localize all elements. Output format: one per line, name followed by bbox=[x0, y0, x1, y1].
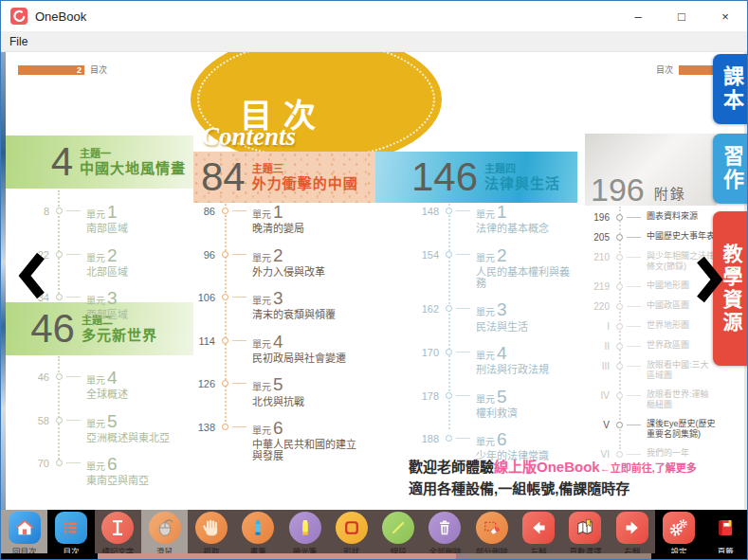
appendix-name: 中國歷史大事年表 bbox=[647, 231, 717, 242]
promo-cta-link[interactable]: ←立即前往,了解更多 bbox=[600, 462, 697, 474]
appendix-row[interactable]: 196 圖表資料來源 bbox=[585, 211, 717, 223]
page-marker-right: 目次 bbox=[650, 63, 719, 76]
theme-3-banner[interactable]: 84 主題三 外力衝擊的中國 bbox=[193, 152, 375, 203]
unit-page: 162 bbox=[375, 299, 439, 315]
unit-dash bbox=[627, 237, 641, 238]
toolbar-item-mark-text[interactable]: 標記文字 bbox=[95, 510, 141, 553]
unit-dash bbox=[66, 376, 81, 377]
toc-unit-row[interactable]: 46 單元4 全球概述 bbox=[6, 368, 193, 401]
close-button[interactable]: × bbox=[703, 1, 747, 31]
theme-kicker: 主題四 bbox=[484, 163, 560, 175]
unit-dash bbox=[627, 217, 641, 218]
appendix-row[interactable]: V 課後Eye歷史(歷史重要名詞集錦) bbox=[585, 419, 717, 440]
unit-dash bbox=[66, 210, 81, 211]
unit-page: 86 bbox=[193, 202, 215, 217]
unit-dash bbox=[456, 210, 470, 211]
unit-label: 單元 bbox=[252, 425, 271, 436]
toc-unit-row[interactable]: 86 單元1 晚清的變局 bbox=[193, 202, 375, 235]
page-subtitle: Contents bbox=[202, 122, 296, 152]
theme-page-number: 146 bbox=[411, 157, 478, 197]
unit-name: 外力入侵與改革 bbox=[252, 266, 325, 278]
theme-1-banner[interactable]: 4 主題一 中國大地風情畫 bbox=[6, 135, 193, 189]
toc-unit-row[interactable]: 138 單元6 中華人民共和國的建立與發展 bbox=[193, 418, 375, 462]
toc-unit-row[interactable]: 170 單元4 刑法與行政法規 bbox=[375, 343, 577, 376]
toolbar-item-highlighter[interactable]: 螢光筆 bbox=[282, 510, 328, 553]
tab-workbook[interactable]: 習作 bbox=[713, 134, 748, 204]
toc-unit-row[interactable]: 126 單元5 北伐與抗戰 bbox=[193, 374, 375, 407]
unit-number: 5 bbox=[273, 374, 283, 394]
toc-unit-row[interactable]: 106 單元3 清末的衰頹與傾覆 bbox=[193, 288, 375, 321]
promo-text: 歡迎老師體驗 bbox=[409, 459, 494, 475]
toc-unit-row[interactable]: 96 單元2 外力入侵與改革 bbox=[193, 245, 375, 279]
appendix-name: 世界政區圖 bbox=[647, 340, 717, 351]
unit-dash bbox=[627, 326, 641, 327]
unit-node bbox=[222, 380, 228, 387]
toolbar-item-mouse[interactable]: 滑鼠 bbox=[141, 510, 188, 553]
toolbar-item-contents[interactable]: 目次 bbox=[47, 510, 94, 553]
toolbar-item-delete-partial[interactable]: 部分刪除 bbox=[468, 510, 515, 553]
toolbar-item-settings[interactable]: 設定 bbox=[655, 510, 702, 553]
appendix-page: 220 bbox=[585, 300, 610, 312]
unit-label: 單元 bbox=[252, 339, 271, 350]
toolbar-item-grab[interactable]: 抓取 bbox=[188, 510, 234, 553]
marker-bar: 2 bbox=[18, 65, 84, 75]
toc-unit-row[interactable]: 58 單元5 亞洲概述與東北亞 bbox=[6, 411, 193, 444]
toolbar-item-pen[interactable]: 畫筆 bbox=[235, 510, 282, 553]
toc-unit-row[interactable]: 178 單元5 權利救濟 bbox=[375, 387, 577, 420]
unit-label: 單元 bbox=[476, 351, 495, 361]
theme-page-number: 4 bbox=[51, 142, 73, 182]
toc-unit-row[interactable]: 114 單元4 民初政局與社會變遷 bbox=[193, 332, 375, 365]
promo-link[interactable]: 線上版OneBook bbox=[494, 459, 600, 475]
unit-node bbox=[616, 392, 623, 399]
unit-dash bbox=[232, 210, 246, 211]
appendix-name: 放眼看世界:運輸樞紐圖 bbox=[647, 389, 717, 410]
unit-node bbox=[446, 208, 452, 214]
minimize-button[interactable]: – bbox=[616, 1, 660, 31]
appendix-name: 課後Eye歷史(歷史重要名詞集錦) bbox=[647, 419, 717, 440]
toc-unit-row[interactable]: 148 單元1 法律的基本概念 bbox=[375, 202, 577, 235]
toolbar-item-shape[interactable]: 形狀 bbox=[328, 510, 374, 553]
unit-dash bbox=[232, 383, 246, 384]
text-mark-icon bbox=[101, 512, 134, 544]
theme-4-banner[interactable]: 146 主題四 法律與生活 bbox=[375, 152, 577, 203]
appendix-row[interactable]: I 世界地形圖 bbox=[585, 320, 717, 332]
unit-page: 46 bbox=[6, 368, 49, 383]
next-page-arrow[interactable] bbox=[695, 255, 723, 308]
unit-number: 1 bbox=[273, 202, 283, 222]
prev-page-arrow[interactable] bbox=[18, 251, 46, 304]
unit-label: 單元 bbox=[86, 375, 105, 386]
appendix-row[interactable]: III 放眼看中國:三大區域圖 bbox=[585, 360, 717, 381]
arrow-right-icon bbox=[616, 512, 648, 544]
unit-label: 單元 bbox=[476, 437, 495, 447]
appendix-row[interactable]: 205 中國歷史大事年表 bbox=[585, 231, 717, 243]
shape-icon bbox=[336, 512, 368, 544]
toc-unit-row[interactable]: 70 單元6 東南亞與南亞 bbox=[6, 454, 193, 487]
toolbar-item-page-right[interactable]: 右翻 bbox=[609, 510, 655, 553]
toolbar-item-page-left[interactable]: 左翻 bbox=[515, 510, 561, 553]
toolbar-item-bookmark[interactable]: 頁籤 bbox=[702, 510, 748, 553]
toc-unit-row[interactable]: 154 單元2 人民的基本權利與義務 bbox=[375, 245, 577, 290]
unit-dash bbox=[232, 297, 246, 298]
menu-file[interactable]: File bbox=[1, 35, 36, 48]
appendix-page: 196 bbox=[585, 211, 610, 223]
home-icon bbox=[9, 512, 41, 544]
toolbar-item-home[interactable]: 回目次 bbox=[1, 510, 47, 553]
toolbar-item-line[interactable]: 線段 bbox=[375, 510, 422, 553]
tab-textbook[interactable]: 課本 bbox=[713, 54, 748, 124]
unit-dash bbox=[456, 395, 470, 396]
unit-label: 單元 bbox=[252, 296, 271, 306]
appendix-row[interactable]: II 世界政區圖 bbox=[585, 340, 717, 352]
unit-number: 1 bbox=[107, 202, 118, 222]
toc-unit-row[interactable]: 8 單元1 南部區域 bbox=[6, 202, 193, 235]
unit-node bbox=[616, 343, 623, 350]
toolbar-item-page-select[interactable]: 頁數選擇 bbox=[562, 510, 609, 553]
maximize-button[interactable]: □ bbox=[660, 1, 703, 31]
promo-text-line2: 適用各種設備,一組帳號,備課隨時存 bbox=[409, 479, 697, 498]
appendix-row[interactable]: IV 放眼看世界:運輸樞紐圖 bbox=[585, 389, 717, 410]
unit-label: 單元 bbox=[252, 209, 271, 220]
toc-unit-row[interactable]: 162 單元3 民法與生活 bbox=[375, 299, 577, 333]
unit-page: 8 bbox=[6, 202, 49, 217]
unit-number: 3 bbox=[497, 299, 507, 319]
unit-label: 單元 bbox=[86, 296, 105, 306]
toolbar-item-delete-all[interactable]: 全部刪除 bbox=[422, 510, 468, 553]
